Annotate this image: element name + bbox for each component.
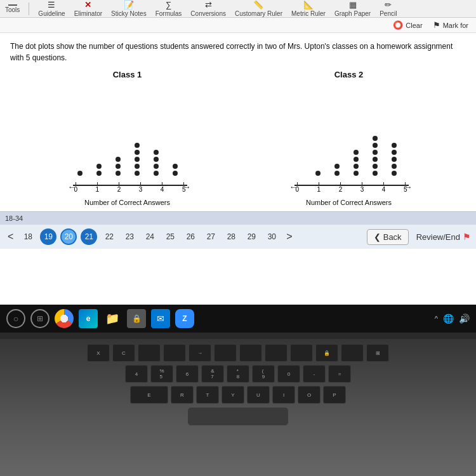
page-27[interactable]: 27 — [202, 228, 219, 245]
action-bar: ⭕ Clear ⚑ Mark for — [0, 18, 476, 33]
key: → — [188, 344, 211, 362]
dot — [135, 157, 140, 162]
page-25[interactable]: 25 — [162, 228, 178, 245]
class1-title: Class 1 — [113, 70, 142, 79]
dot-column — [354, 150, 359, 176]
page-23[interactable]: 23 — [121, 228, 138, 245]
page-24[interactable]: 24 — [142, 228, 158, 245]
key: %5 — [150, 365, 173, 383]
dot-column — [96, 164, 102, 176]
page-21[interactable]: 21 — [81, 228, 97, 245]
key: (9 — [252, 365, 275, 383]
tick: 0 — [296, 182, 300, 193]
dot — [373, 164, 378, 169]
key: U — [247, 386, 270, 404]
folder-icon[interactable]: 📁 — [103, 309, 122, 328]
key: = — [328, 365, 351, 383]
tick: 3 — [360, 182, 364, 193]
search-taskbar-icon[interactable]: ⊞ — [30, 309, 50, 328]
key — [265, 344, 288, 362]
clear-button[interactable]: ⭕ Clear — [393, 20, 422, 30]
dot-column — [315, 171, 321, 176]
key: - — [303, 365, 326, 383]
eliminator-tool[interactable]: ✕ Eliminator — [74, 0, 102, 17]
key: Y — [221, 386, 244, 404]
page-28[interactable]: 28 — [223, 228, 239, 245]
prev-arrow[interactable]: < — [5, 231, 16, 242]
tick: 0 — [74, 182, 78, 193]
dot — [334, 164, 340, 169]
dot-column — [334, 164, 340, 176]
touchpad[interactable] — [187, 407, 289, 426]
class2-title: Class 2 — [334, 70, 364, 79]
conversions-tool[interactable]: ⇄ Conversions — [190, 0, 226, 17]
dot — [154, 171, 159, 176]
class2-plot: Class 2 — [286, 70, 413, 206]
problem-text: The dot plots show the number of questio… — [10, 41, 466, 63]
tools-menu[interactable]: Tools — [5, 4, 20, 13]
page-30[interactable]: 30 — [263, 228, 280, 245]
mail-icon[interactable]: ✉ — [151, 309, 170, 328]
class2-axis-label: Number of Correct Answers — [306, 199, 392, 206]
dot — [116, 157, 121, 162]
chrome-icon[interactable] — [55, 309, 74, 328]
back-button[interactable]: ❮ Back — [367, 229, 409, 245]
dot — [315, 171, 321, 176]
page-29[interactable]: 29 — [243, 228, 260, 245]
key — [290, 344, 313, 362]
keyboard-row-1: X C → 🔒 ⊞ — [10, 344, 466, 362]
page-19[interactable]: 19 — [40, 228, 56, 245]
key: O — [298, 386, 321, 404]
key: T — [196, 386, 219, 404]
dot-column — [154, 150, 159, 176]
formulas-tool[interactable]: ∑ Formulas — [155, 0, 182, 17]
nav-right: ❮ Back Review/End ⚑ — [367, 229, 471, 245]
shield-icon[interactable]: 🔒 — [127, 309, 146, 328]
dot — [392, 164, 397, 169]
class2-dots — [301, 83, 397, 178]
mark-button[interactable]: ⚑ Mark for — [433, 20, 468, 30]
dot — [392, 171, 397, 176]
tick: 5 — [182, 182, 186, 193]
graph-paper-tool[interactable]: ▦ Graph Paper — [334, 0, 371, 17]
tick: 1 — [317, 182, 321, 193]
review-button[interactable]: Review/End ⚑ — [416, 232, 471, 242]
next-arrow[interactable]: > — [284, 231, 294, 242]
metric-ruler-tool[interactable]: 📐 Metric Ruler — [291, 0, 326, 17]
keyboard-row-3: E R T Y U I O P — [10, 386, 466, 404]
navigation-section: 18-34 < 18 19 20 21 22 23 24 25 26 27 28… — [0, 211, 476, 249]
guideline-tool[interactable]: ☰ Guideline — [38, 0, 65, 17]
page-18[interactable]: 18 — [20, 228, 36, 245]
page-22[interactable]: 22 — [101, 228, 117, 245]
dot — [96, 164, 102, 169]
sticky-notes-tool[interactable]: 📝 Sticky Notes — [111, 0, 147, 17]
dot — [135, 171, 140, 176]
edge-icon[interactable]: e — [79, 309, 98, 328]
dot — [77, 171, 83, 176]
volume-icon[interactable]: 🔊 — [459, 314, 470, 324]
tools-label: Tools — [5, 6, 20, 13]
page-20[interactable]: 20 — [60, 228, 77, 245]
dot-column — [392, 143, 397, 176]
dot — [354, 150, 359, 155]
tick: 4 — [382, 182, 386, 193]
dot — [373, 136, 378, 141]
dot — [173, 164, 178, 169]
tick: 1 — [96, 182, 100, 193]
dot — [96, 171, 102, 176]
network-icon[interactable]: 🌐 — [443, 314, 454, 324]
customary-ruler-tool[interactable]: 📏 Customary Ruler — [235, 0, 282, 17]
page-range: 18-34 — [5, 215, 23, 222]
dot-plots: Class 1 — [10, 70, 466, 206]
pencil-tool[interactable]: ✏ Pencil — [380, 0, 397, 17]
dot — [116, 164, 121, 169]
tray-arrow-icon[interactable]: ^ — [435, 315, 438, 322]
key: 🔒 — [315, 344, 338, 362]
dot — [135, 150, 140, 155]
page-26[interactable]: 26 — [182, 228, 199, 245]
zoom-icon[interactable]: Z — [175, 309, 194, 328]
tick: 2 — [339, 182, 343, 193]
flag-icon: ⚑ — [463, 232, 471, 242]
start-button[interactable]: ○ — [6, 309, 25, 328]
key — [138, 344, 161, 362]
